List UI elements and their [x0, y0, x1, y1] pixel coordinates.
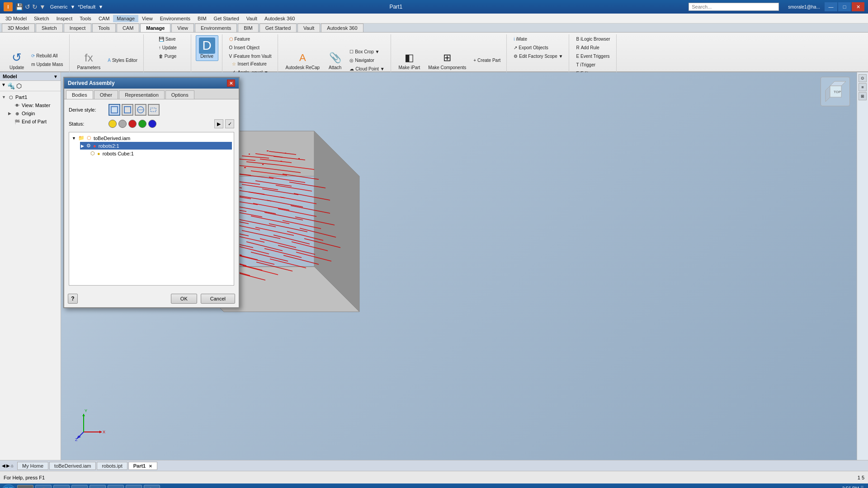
dialog-tree-item-root[interactable]: ▼ 📁 ⬡ toBeDerived.iam — [71, 134, 232, 142]
style-solid-button[interactable] — [108, 104, 120, 116]
tab-getstarted[interactable]: Get Started — [259, 23, 297, 32]
make-ipart-button[interactable]: ◧ Make iPart — [396, 48, 424, 72]
tree-item-endpart[interactable]: 🏁 End of Part — [8, 117, 59, 126]
tree-item-viewmaster[interactable]: 👁 View: Master — [8, 101, 59, 109]
status-red[interactable] — [128, 120, 137, 128]
menu-cam[interactable]: CAM — [95, 15, 113, 22]
tab-nav-right[interactable]: ▶ — [6, 463, 10, 468]
menu-bim[interactable]: BIM — [194, 15, 210, 22]
parameters-button[interactable]: fx Parameters — [74, 48, 104, 72]
tab-sketch[interactable]: Sketch — [36, 23, 63, 32]
style-bounding-button[interactable] — [148, 104, 160, 116]
menu-view[interactable]: View — [138, 15, 156, 22]
taskbar-app-5[interactable]: 🌐 — [90, 485, 106, 488]
feature-button[interactable]: ⬡ Feature — [227, 35, 274, 43]
undo-icon[interactable]: ↺ — [25, 3, 30, 10]
redo-icon[interactable]: ↻ — [32, 3, 38, 10]
taskbar-app-3[interactable]: ▶ — [53, 485, 70, 488]
cloud-point-button[interactable]: ☁ Cloud Point ▼ — [347, 65, 387, 73]
taskbar-app-4[interactable]: 📧 — [71, 485, 88, 488]
navigator-button[interactable]: ◎ Navigator — [347, 56, 387, 64]
dialog-tab-bodies[interactable]: Bodies — [66, 90, 93, 99]
more-icon[interactable]: ▼ — [39, 3, 46, 10]
tab-part1[interactable]: Part1 ✕ — [128, 462, 158, 470]
tab-cam[interactable]: CAM — [117, 23, 139, 32]
dialog-tree-item-cube[interactable]: ⬡ ● robots Cube:1 — [87, 150, 232, 157]
menu-manage[interactable]: Manage — [113, 15, 138, 22]
tab-tobederived[interactable]: toBeDerived.iam — [49, 462, 96, 470]
derive-button[interactable]: D Derive — [196, 35, 218, 61]
tab-environments[interactable]: Environments — [195, 23, 237, 32]
taskbar-app-8[interactable]: 🔧 — [144, 485, 160, 488]
close-button[interactable]: ✕ — [852, 2, 864, 11]
minimize-button[interactable]: — — [825, 2, 837, 11]
imate-button[interactable]: i iMate — [511, 35, 565, 43]
menu-autodesk360[interactable]: Autodesk 360 — [261, 15, 298, 22]
make-components-button[interactable]: ⊞ Make Components — [425, 48, 469, 72]
styles-editor-button[interactable]: A Styles Editor — [105, 56, 140, 64]
autodesk-recap-button[interactable]: A Autodesk ReCap — [283, 48, 323, 72]
tab-vault[interactable]: Vault — [297, 23, 320, 32]
tab-robots[interactable]: robots.ipt — [97, 462, 127, 470]
update-mass-button[interactable]: m Update Mass — [29, 61, 65, 68]
box-crop-button[interactable]: ☐ Box Crop ▼ — [347, 48, 387, 56]
style-wire-button[interactable] — [135, 104, 146, 116]
status-gray[interactable] — [118, 120, 127, 128]
workspace-dropdown[interactable]: ▼ — [70, 4, 75, 9]
edit-factory-button[interactable]: ⚙ Edit Factory Scope ▼ — [511, 52, 565, 60]
tab-myhome[interactable]: My Home — [17, 462, 48, 470]
view-cube[interactable]: TOP — [821, 77, 850, 106]
menu-sketch[interactable]: Sketch — [30, 15, 53, 22]
taskbar-app-inventor[interactable]: I — [17, 485, 33, 488]
tab-3dmodel[interactable]: 3D Model — [2, 23, 35, 32]
tab-view[interactable]: View — [171, 23, 194, 32]
dialog-tab-representation[interactable]: Representation — [119, 90, 165, 99]
rebuild-all-button[interactable]: ⟳ Rebuild All — [29, 52, 65, 60]
tab-nav-left[interactable]: ◀ — [2, 463, 5, 468]
add-rule-button[interactable]: R Add Rule — [574, 44, 612, 52]
menu-environments[interactable]: Environments — [156, 15, 194, 22]
clock[interactable]: 3:56 PM 3/16/2015 — [839, 486, 859, 488]
status-yellow[interactable] — [108, 120, 117, 128]
taskbar-app-2[interactable]: 🟠 — [35, 485, 52, 488]
dialog-refresh-button[interactable]: ▶ — [214, 119, 223, 128]
dialog-ok-button[interactable]: OK — [171, 294, 197, 304]
export-objects-button[interactable]: ↗ Export Objects — [511, 44, 565, 52]
menu-getstarted[interactable]: Get Started — [210, 15, 243, 22]
nav-btn-1[interactable]: ⊙ — [859, 74, 867, 82]
tree-item-origin[interactable]: ▶ ⊕ Origin — [8, 109, 59, 117]
taskbar-app-7[interactable]: ⚙ — [126, 485, 142, 488]
dialog-tab-other[interactable]: Other — [94, 90, 118, 99]
status-green[interactable] — [138, 120, 146, 128]
save-icon[interactable]: 💾 — [15, 3, 23, 10]
itrigger-button[interactable]: T iTrigger — [574, 61, 612, 69]
model-dropdown-icon[interactable]: ▼ — [53, 74, 58, 79]
dialog-close-button[interactable]: ✕ — [227, 80, 235, 87]
tab-bim[interactable]: BIM — [238, 23, 259, 32]
insert-ifeature-button[interactable]: ☆ Insert iFeature — [230, 60, 270, 68]
save-style-button[interactable]: 💾 Save — [156, 35, 179, 43]
menu-tools[interactable]: Tools — [76, 15, 95, 22]
create-part-button[interactable]: + Create Part — [471, 56, 503, 64]
start-button[interactable] — [2, 484, 15, 488]
style-surface-button[interactable] — [122, 104, 133, 116]
nav-btn-3[interactable]: ⊞ — [859, 92, 867, 100]
menu-3dmodel[interactable]: 3D Model — [2, 15, 30, 22]
dialog-help-button[interactable]: ? — [68, 294, 78, 304]
tab-autodesk360[interactable]: Autodesk 360 — [321, 23, 363, 32]
ifeature-vault-button[interactable]: V iFeature from Vault — [227, 52, 274, 60]
menu-inspect[interactable]: Inspect — [53, 15, 76, 22]
tab-manage[interactable]: Manage — [140, 23, 170, 32]
filter-icon[interactable]: ▼ — [1, 82, 6, 89]
tab-inspect[interactable]: Inspect — [64, 23, 91, 32]
purge-button[interactable]: 🗑 Purge — [156, 52, 179, 60]
ilogic-browser-button[interactable]: B iLogic Browser — [574, 35, 612, 43]
show-desktop-button[interactable] — [861, 486, 863, 488]
dialog-check-button[interactable]: ✓ — [225, 119, 234, 128]
nav-btn-2[interactable]: ≡ — [859, 83, 867, 91]
tab-close-part1[interactable]: ✕ — [149, 464, 152, 469]
event-triggers-button[interactable]: E Event Triggers — [574, 52, 612, 60]
menu-vault[interactable]: Vault — [243, 15, 261, 22]
dialog-cancel-button[interactable]: Cancel — [201, 294, 235, 304]
taskbar-app-6[interactable]: I — [108, 485, 124, 488]
